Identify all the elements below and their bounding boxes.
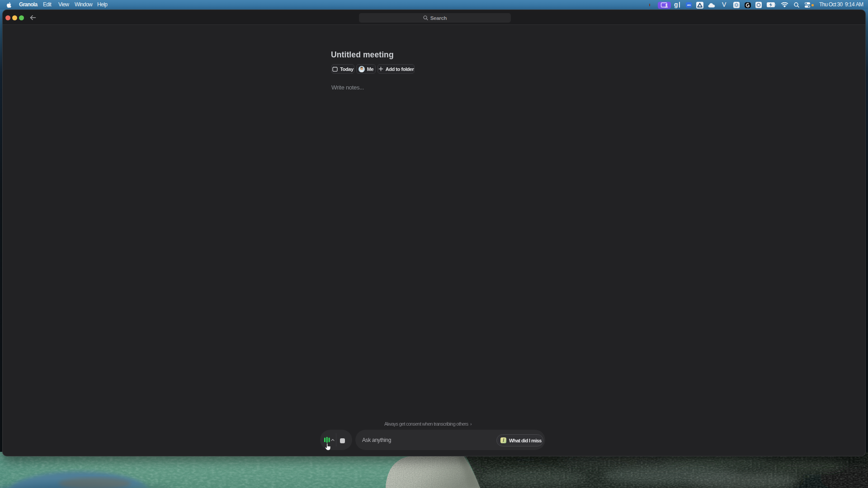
svg-text:zm: zm (687, 3, 691, 6)
